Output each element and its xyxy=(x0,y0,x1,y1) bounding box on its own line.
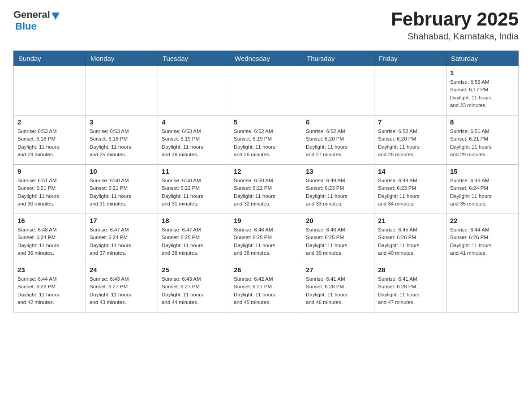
weekday-header-row: Sunday Monday Tuesday Wednesday Thursday… xyxy=(14,51,519,66)
calendar-cell: 9Sunrise: 6:51 AM Sunset: 6:21 PM Daylig… xyxy=(14,165,86,214)
day-info: Sunrise: 6:46 AM Sunset: 6:25 PM Dayligh… xyxy=(234,226,298,257)
calendar-cell xyxy=(374,66,446,116)
calendar-cell xyxy=(158,66,230,116)
calendar-cell: 21Sunrise: 6:45 AM Sunset: 6:26 PM Dayli… xyxy=(374,214,446,263)
calendar-cell: 2Sunrise: 6:53 AM Sunset: 6:18 PM Daylig… xyxy=(14,116,86,165)
day-info: Sunrise: 6:48 AM Sunset: 6:24 PM Dayligh… xyxy=(17,226,82,257)
calendar-cell xyxy=(302,66,374,116)
week-row-2: 9Sunrise: 6:51 AM Sunset: 6:21 PM Daylig… xyxy=(14,165,519,214)
day-info: Sunrise: 6:42 AM Sunset: 6:27 PM Dayligh… xyxy=(234,275,298,306)
day-number: 11 xyxy=(162,167,226,175)
day-number: 17 xyxy=(90,217,154,224)
day-number: 1 xyxy=(450,69,515,77)
calendar-cell: 4Sunrise: 6:53 AM Sunset: 6:19 PM Daylig… xyxy=(158,116,230,165)
day-info: Sunrise: 6:51 AM Sunset: 6:21 PM Dayligh… xyxy=(450,128,515,158)
day-info: Sunrise: 6:53 AM Sunset: 6:18 PM Dayligh… xyxy=(90,128,154,158)
week-row-1: 2Sunrise: 6:53 AM Sunset: 6:18 PM Daylig… xyxy=(14,116,519,165)
header-monday: Monday xyxy=(86,51,158,66)
day-number: 22 xyxy=(450,217,515,224)
day-number: 24 xyxy=(90,266,154,274)
day-info: Sunrise: 6:45 AM Sunset: 6:26 PM Dayligh… xyxy=(378,226,442,257)
day-number: 6 xyxy=(306,118,370,126)
day-info: Sunrise: 6:51 AM Sunset: 6:21 PM Dayligh… xyxy=(17,177,82,208)
title-section: February 2025 Shahabad, Karnataka, India xyxy=(391,9,519,42)
location-title: Shahabad, Karnataka, India xyxy=(391,31,519,42)
day-number: 8 xyxy=(450,118,515,126)
day-number: 16 xyxy=(17,217,82,224)
day-info: Sunrise: 6:47 AM Sunset: 6:24 PM Dayligh… xyxy=(90,226,154,257)
day-number: 3 xyxy=(90,118,154,126)
day-info: Sunrise: 6:52 AM Sunset: 6:19 PM Dayligh… xyxy=(234,128,298,158)
day-info: Sunrise: 6:52 AM Sunset: 6:20 PM Dayligh… xyxy=(378,128,442,158)
day-number: 10 xyxy=(90,167,154,175)
day-number: 18 xyxy=(162,217,226,224)
day-info: Sunrise: 6:53 AM Sunset: 6:17 PM Dayligh… xyxy=(450,78,515,109)
calendar-cell: 25Sunrise: 6:43 AM Sunset: 6:27 PM Dayli… xyxy=(158,263,230,313)
day-number: 12 xyxy=(234,167,298,175)
calendar-cell: 3Sunrise: 6:53 AM Sunset: 6:18 PM Daylig… xyxy=(86,116,158,165)
day-number: 5 xyxy=(234,118,298,126)
day-info: Sunrise: 6:43 AM Sunset: 6:27 PM Dayligh… xyxy=(162,275,226,306)
week-row-0: 1Sunrise: 6:53 AM Sunset: 6:17 PM Daylig… xyxy=(14,66,519,116)
calendar-cell: 26Sunrise: 6:42 AM Sunset: 6:27 PM Dayli… xyxy=(230,263,302,313)
calendar-cell xyxy=(14,66,86,116)
day-info: Sunrise: 6:53 AM Sunset: 6:18 PM Dayligh… xyxy=(17,128,82,158)
day-number: 4 xyxy=(162,118,226,126)
day-info: Sunrise: 6:52 AM Sunset: 6:20 PM Dayligh… xyxy=(306,128,370,158)
day-number: 20 xyxy=(306,217,370,224)
calendar-cell: 18Sunrise: 6:47 AM Sunset: 6:25 PM Dayli… xyxy=(158,214,230,263)
calendar-cell: 19Sunrise: 6:46 AM Sunset: 6:25 PM Dayli… xyxy=(230,214,302,263)
header-sunday: Sunday xyxy=(14,51,86,66)
calendar-cell xyxy=(86,66,158,116)
day-number: 27 xyxy=(306,266,370,274)
header-saturday: Saturday xyxy=(446,51,519,66)
day-info: Sunrise: 6:41 AM Sunset: 6:28 PM Dayligh… xyxy=(378,275,442,306)
day-info: Sunrise: 6:50 AM Sunset: 6:22 PM Dayligh… xyxy=(234,177,298,208)
day-number: 7 xyxy=(378,118,442,126)
day-info: Sunrise: 6:53 AM Sunset: 6:19 PM Dayligh… xyxy=(162,128,226,158)
logo-general-text: General xyxy=(13,9,50,21)
day-info: Sunrise: 6:44 AM Sunset: 6:26 PM Dayligh… xyxy=(17,275,82,306)
calendar-cell: 22Sunrise: 6:44 AM Sunset: 6:26 PM Dayli… xyxy=(446,214,519,263)
day-info: Sunrise: 6:49 AM Sunset: 6:23 PM Dayligh… xyxy=(378,177,442,208)
day-number: 26 xyxy=(234,266,298,274)
day-info: Sunrise: 6:50 AM Sunset: 6:22 PM Dayligh… xyxy=(162,177,226,208)
calendar-cell: 13Sunrise: 6:49 AM Sunset: 6:23 PM Dayli… xyxy=(302,165,374,214)
logo-blue-text: Blue xyxy=(15,21,37,32)
day-number: 21 xyxy=(378,217,442,224)
day-info: Sunrise: 6:43 AM Sunset: 6:27 PM Dayligh… xyxy=(90,275,154,306)
header-tuesday: Tuesday xyxy=(158,51,230,66)
header-thursday: Thursday xyxy=(302,51,374,66)
calendar-cell: 7Sunrise: 6:52 AM Sunset: 6:20 PM Daylig… xyxy=(374,116,446,165)
day-info: Sunrise: 6:46 AM Sunset: 6:25 PM Dayligh… xyxy=(306,226,370,257)
calendar-cell: 6Sunrise: 6:52 AM Sunset: 6:20 PM Daylig… xyxy=(302,116,374,165)
page-header: General Blue February 2025 Shahabad, Kar… xyxy=(13,9,519,42)
day-info: Sunrise: 6:50 AM Sunset: 6:21 PM Dayligh… xyxy=(90,177,154,208)
day-info: Sunrise: 6:49 AM Sunset: 6:23 PM Dayligh… xyxy=(306,177,370,208)
calendar-cell: 11Sunrise: 6:50 AM Sunset: 6:22 PM Dayli… xyxy=(158,165,230,214)
calendar-table: Sunday Monday Tuesday Wednesday Thursday… xyxy=(13,51,519,313)
day-number: 23 xyxy=(17,266,82,274)
calendar-cell: 5Sunrise: 6:52 AM Sunset: 6:19 PM Daylig… xyxy=(230,116,302,165)
day-number: 13 xyxy=(306,167,370,175)
logo-arrow-icon xyxy=(51,13,60,20)
calendar-cell: 15Sunrise: 6:48 AM Sunset: 6:24 PM Dayli… xyxy=(446,165,519,214)
month-title: February 2025 xyxy=(391,9,519,30)
calendar-cell: 14Sunrise: 6:49 AM Sunset: 6:23 PM Dayli… xyxy=(374,165,446,214)
day-info: Sunrise: 6:48 AM Sunset: 6:24 PM Dayligh… xyxy=(450,177,515,208)
calendar-cell: 17Sunrise: 6:47 AM Sunset: 6:24 PM Dayli… xyxy=(86,214,158,263)
day-info: Sunrise: 6:44 AM Sunset: 6:26 PM Dayligh… xyxy=(450,226,515,257)
calendar-cell xyxy=(446,263,519,313)
day-number: 15 xyxy=(450,167,515,175)
calendar-cell: 23Sunrise: 6:44 AM Sunset: 6:26 PM Dayli… xyxy=(14,263,86,313)
calendar-cell: 16Sunrise: 6:48 AM Sunset: 6:24 PM Dayli… xyxy=(14,214,86,263)
day-number: 14 xyxy=(378,167,442,175)
calendar-cell: 1Sunrise: 6:53 AM Sunset: 6:17 PM Daylig… xyxy=(446,66,519,116)
calendar-cell: 24Sunrise: 6:43 AM Sunset: 6:27 PM Dayli… xyxy=(86,263,158,313)
day-number: 28 xyxy=(378,266,442,274)
day-number: 19 xyxy=(234,217,298,224)
calendar-cell: 20Sunrise: 6:46 AM Sunset: 6:25 PM Dayli… xyxy=(302,214,374,263)
header-friday: Friday xyxy=(374,51,446,66)
day-number: 9 xyxy=(17,167,82,175)
day-number: 25 xyxy=(162,266,226,274)
